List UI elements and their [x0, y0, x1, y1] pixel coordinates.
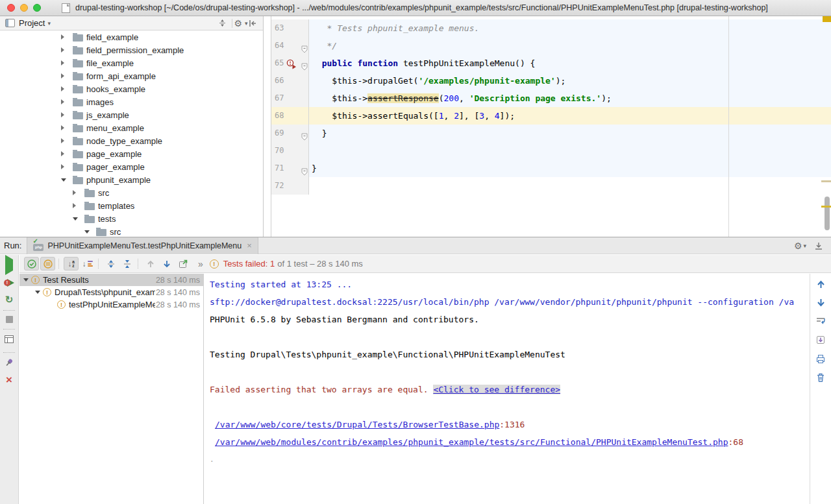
tree-item-pager_example[interactable]: pager_example — [0, 160, 263, 173]
chevron-right-icon[interactable] — [61, 147, 67, 160]
test-class-row[interactable]: ! Drupal\Tests\phpunit_example\Functiona… — [19, 286, 203, 298]
toggle-auto-test-button[interactable]: ↻ — [5, 294, 14, 304]
code-line-72[interactable]: 72 — [271, 177, 831, 195]
gear-icon[interactable]: ⚙▾ — [236, 18, 246, 29]
tree-item-tests-src[interactable]: src — [0, 225, 263, 237]
code-line-69[interactable]: 69 } — [271, 125, 831, 142]
test-method-row[interactable]: ! testPhpUnitExampleMenu 28 s 140 ms — [19, 298, 203, 311]
expand-all-button[interactable] — [103, 257, 118, 270]
chevron-right-icon[interactable] — [73, 199, 79, 212]
code-editor[interactable]: 63 * Tests phpunit_example menus. 64 */ … — [271, 16, 831, 237]
folder-icon — [96, 229, 106, 236]
chevron-right-icon[interactable] — [61, 56, 67, 69]
project-scrollbar-track[interactable] — [264, 16, 271, 237]
close-window-button[interactable] — [7, 4, 15, 12]
test-console-output[interactable]: Testing started at 13:25 ... sftp://dock… — [205, 274, 810, 504]
sort-alphabetically-button[interactable]: ↓az — [64, 257, 79, 270]
chevron-down-icon[interactable] — [61, 173, 67, 186]
chevron-down-icon[interactable] — [23, 274, 29, 287]
chevron-down-icon[interactable] — [35, 286, 41, 299]
tree-item-templates[interactable]: templates — [0, 199, 263, 212]
test-file-link[interactable]: /var/www/web/modules/contrib/examples/ph… — [215, 437, 728, 447]
hide-panel-icon[interactable] — [247, 18, 258, 29]
scroll-to-end-button[interactable] — [815, 335, 826, 348]
tree-item-field_permission_example[interactable]: field_permission_example — [0, 43, 263, 56]
code-line-70[interactable]: 70 — [271, 142, 831, 160]
next-failed-test-button[interactable] — [159, 257, 174, 270]
line-number: 69 — [275, 125, 284, 142]
down-stack-trace-button[interactable] — [816, 298, 826, 310]
chevron-right-icon[interactable] — [61, 43, 67, 56]
code-line-65[interactable]: 65 public function testPhpUnitExampleMen… — [271, 54, 831, 72]
code-line-67[interactable]: 67 $this->assertResponse(200, 'Descripti… — [271, 90, 831, 107]
chevron-right-icon[interactable] — [61, 69, 67, 82]
tree-item-hooks_example[interactable]: hooks_example — [0, 82, 263, 95]
sort-by-duration-button[interactable]: ↓ — [80, 257, 95, 270]
run-configuration-tab[interactable]: ✓ php PHPUnitExampleMenuTest.testPhpUnit… — [27, 237, 258, 254]
chevron-right-icon[interactable] — [73, 186, 79, 199]
tree-item-src[interactable]: src — [0, 186, 263, 199]
zoom-window-button[interactable] — [33, 4, 41, 12]
folder-icon — [73, 73, 83, 80]
soft-wrap-button[interactable] — [815, 316, 826, 329]
tree-item-tests[interactable]: tests — [0, 212, 263, 225]
tree-item-menu_example[interactable]: menu_example — [0, 121, 263, 134]
pin-tab-button[interactable] — [4, 357, 14, 370]
show-passed-button[interactable] — [24, 257, 39, 270]
code-line-64[interactable]: 64 */ — [271, 37, 831, 54]
tree-item-form_api_example[interactable]: form_api_example — [0, 69, 263, 82]
error-stripe-warning-mark[interactable] — [823, 16, 831, 22]
error-stripe-mark[interactable] — [821, 180, 831, 182]
rerun-failed-tests-button[interactable]: ! — [4, 278, 14, 288]
restore-layout-button[interactable] — [4, 335, 14, 346]
collapse-all-icon[interactable] — [217, 18, 227, 29]
document-icon — [62, 3, 70, 13]
close-panel-button[interactable]: × — [6, 375, 12, 385]
chevron-right-icon[interactable] — [61, 95, 67, 108]
tree-item-node_type_example[interactable]: node_type_example — [0, 134, 263, 147]
hide-panel-icon[interactable] — [814, 241, 823, 250]
tree-item-phpunit_example[interactable]: phpunit_example — [0, 173, 263, 186]
rerun-button[interactable] — [5, 259, 13, 271]
chevron-right-icon[interactable] — [61, 82, 67, 95]
code-line-68-current[interactable]: 68 $this->assertEquals([1, 2], [3, 4]); — [271, 107, 831, 125]
clear-console-trash-icon[interactable] — [815, 372, 826, 385]
tree-item-images[interactable]: images — [0, 95, 263, 108]
test-duration: 28 s 140 ms — [155, 276, 203, 285]
code-line-63[interactable]: 63 * Tests phpunit_example menus. — [271, 19, 831, 37]
up-stack-trace-button[interactable] — [816, 280, 826, 292]
chevron-right-icon[interactable] — [61, 30, 67, 43]
chevron-right-icon[interactable] — [61, 108, 67, 121]
chevron-right-icon[interactable] — [61, 121, 67, 134]
browser-test-base-link[interactable]: /var/www/web/core/tests/Drupal/Tests/Bro… — [215, 420, 499, 429]
chevron-down-icon[interactable] — [73, 212, 79, 225]
code-line-71[interactable]: 71 } — [271, 160, 831, 177]
previous-failed-test-button[interactable] — [143, 257, 158, 270]
stop-button[interactable] — [6, 316, 13, 323]
collapse-all-button[interactable] — [119, 257, 134, 270]
tree-item-js_example[interactable]: js_example — [0, 108, 263, 121]
chevron-right-icon[interactable] — [61, 134, 67, 147]
tool-window-icon — [5, 19, 15, 27]
tree-item-field_example[interactable]: field_example — [0, 30, 263, 43]
show-ignored-button[interactable] — [40, 257, 55, 270]
code-line-66[interactable]: 66 $this->drupalGet('/examples/phpunit-e… — [271, 72, 831, 90]
export-test-results-button[interactable] — [175, 257, 190, 270]
test-results-root-row[interactable]: ! Test Results 28 s 140 ms — [19, 274, 203, 286]
tree-item-file_example[interactable]: file_example — [0, 56, 263, 69]
more-actions-chevrons-icon[interactable]: » — [198, 259, 203, 269]
console-line: Testing Drupal\Tests\phpunit_example\Fun… — [210, 346, 810, 363]
error-stripe-warning-mark[interactable] — [821, 206, 831, 208]
print-button[interactable] — [815, 354, 826, 366]
chevron-down-icon[interactable]: ▾ — [47, 20, 51, 27]
folder-icon — [73, 34, 83, 42]
editor-scrollbar-thumb[interactable] — [825, 197, 830, 230]
close-tab-icon[interactable]: × — [247, 241, 252, 250]
chevron-down-icon[interactable] — [84, 225, 90, 237]
minimize-window-button[interactable] — [20, 4, 28, 12]
gear-icon[interactable]: ⚙▾ — [794, 241, 806, 250]
see-difference-link[interactable]: <Click to see difference> — [433, 385, 560, 394]
tree-item-page_example[interactable]: page_example — [0, 147, 263, 160]
chevron-right-icon[interactable] — [61, 160, 67, 173]
right-margin-guide — [728, 16, 729, 237]
